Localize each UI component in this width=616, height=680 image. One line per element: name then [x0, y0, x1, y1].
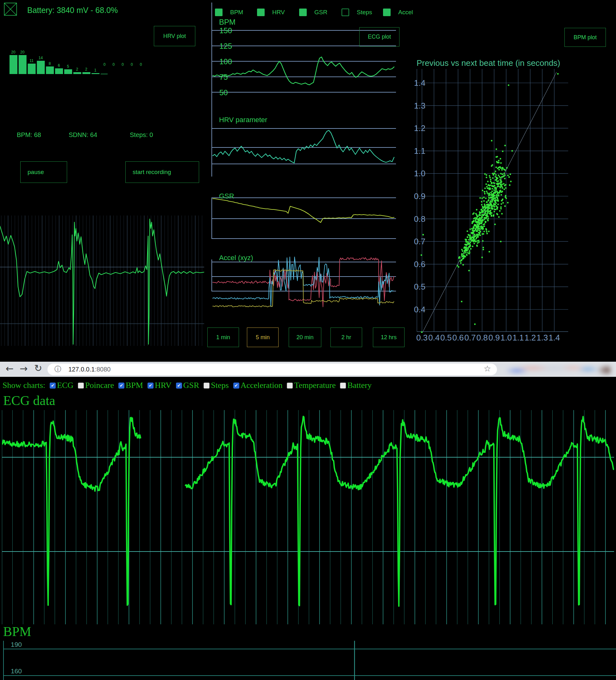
svg-text:8: 8: [49, 61, 51, 66]
svg-text:11: 11: [29, 59, 33, 63]
svg-text:190: 190: [11, 641, 22, 648]
svg-text:0.6: 0.6: [452, 333, 464, 342]
svg-text:150: 150: [219, 26, 232, 35]
rr-histogram-chart: 2020111486522100000: [8, 49, 157, 76]
svg-text:0.5: 0.5: [440, 333, 452, 342]
temperature-toggle-checkbox[interactable]: [287, 382, 293, 389]
svg-text:1.0: 1.0: [414, 169, 425, 178]
mid-axis-line: [212, 3, 212, 176]
svg-text:0.8: 0.8: [414, 214, 425, 224]
address-bar[interactable]: ⓘ: [48, 364, 497, 375]
toggle-label: GSR: [183, 381, 199, 390]
signal-toggle-accel[interactable]: Accel: [383, 8, 413, 16]
reload-icon[interactable]: ↻: [34, 364, 42, 373]
svg-text:0: 0: [140, 62, 142, 67]
toggle-label: Acceleration: [241, 381, 283, 390]
svg-text:0.5: 0.5: [414, 282, 425, 291]
signal-toggle-hrv[interactable]: HRV: [257, 8, 285, 16]
signal-toggle-gsr[interactable]: GSR: [299, 8, 327, 16]
info-icon[interactable]: ⓘ: [54, 366, 61, 373]
toggle-label: BPM: [126, 381, 143, 390]
bpm-toggle-checkbox[interactable]: [118, 382, 124, 389]
time-range-1min[interactable]: 1 min: [207, 328, 239, 347]
accel-section-title: Accel (xyz): [219, 254, 253, 262]
pause-button[interactable]: pause: [20, 161, 67, 183]
url-text[interactable]: 127.0.0.1:8080: [68, 366, 110, 373]
bookmark-star-icon[interactable]: ☆: [484, 365, 491, 373]
bpm-checkbox[interactable]: [215, 8, 223, 16]
toggle-ecg[interactable]: ECG: [50, 381, 74, 390]
toggle-label: Poincare: [85, 381, 114, 390]
svg-text:1.1: 1.1: [414, 146, 425, 156]
svg-text:50: 50: [219, 88, 228, 97]
toggle-poincare[interactable]: Poincare: [78, 381, 114, 390]
time-range-2hr[interactable]: 2 hr: [331, 328, 362, 347]
svg-text:160: 160: [11, 667, 22, 675]
svg-text:1.4: 1.4: [549, 333, 560, 342]
bpm-checkbox-label: BPM: [230, 9, 243, 16]
bpm-section-title: BPM: [219, 18, 235, 27]
time-range-5min[interactable]: 5 min: [247, 328, 279, 347]
bpm-plot-button[interactable]: BPM plot: [564, 28, 606, 47]
steps-stat: Steps: 0: [130, 131, 153, 139]
svg-text:20: 20: [20, 50, 25, 54]
steps-toggle-checkbox[interactable]: [203, 382, 209, 389]
poincare-toggle-checkbox[interactable]: [78, 382, 84, 389]
forward-icon[interactable]: →: [20, 364, 28, 373]
hrv-toggle-checkbox[interactable]: [147, 382, 153, 389]
svg-text:0: 0: [112, 62, 115, 67]
svg-text:0.7: 0.7: [465, 333, 476, 342]
hrv-chart: [211, 126, 397, 168]
poincare-title: Previous vs next beat time (in seconds): [417, 58, 560, 68]
steps-checkbox[interactable]: [341, 8, 349, 16]
browser-toolbar: ← → ↻ ⓘ 127.0.0.1:8080 ☆: [0, 362, 616, 377]
time-range-20min[interactable]: 20 min: [289, 328, 321, 347]
battery-toggle-checkbox[interactable]: [340, 382, 346, 389]
svg-text:0: 0: [131, 62, 133, 67]
svg-text:2: 2: [76, 67, 78, 72]
gsr-toggle-checkbox[interactable]: [176, 382, 182, 389]
toggle-battery[interactable]: Battery: [340, 381, 372, 390]
sdnn-stat: SDNN: 64: [69, 131, 97, 139]
ecg-plot-button[interactable]: ECG plot: [359, 27, 399, 47]
start-recording-button[interactable]: start recording: [125, 161, 199, 183]
ecg-toggle-checkbox[interactable]: [50, 382, 56, 389]
app-window: Battery: 3840 mV - 68.0% HRV plot 202011…: [0, 0, 616, 362]
broken-image-icon: [4, 3, 17, 16]
svg-text:125: 125: [219, 42, 232, 50]
hrv-plot-button[interactable]: HRV plot: [154, 26, 195, 46]
hrv-checkbox[interactable]: [257, 8, 264, 16]
toggle-steps[interactable]: Steps: [203, 381, 228, 390]
svg-text:1.3: 1.3: [414, 101, 425, 110]
toggle-gsr[interactable]: GSR: [176, 381, 199, 390]
gsr-section-title: GSR: [219, 192, 234, 200]
accel-checkbox[interactable]: [383, 8, 391, 16]
hrv-section-title: HRV parameter: [219, 116, 267, 124]
acceleration-toggle-checkbox[interactable]: [233, 382, 239, 389]
svg-text:0: 0: [104, 62, 106, 67]
svg-text:1.4: 1.4: [414, 78, 425, 88]
svg-text:1.2: 1.2: [525, 333, 536, 342]
gsr-chart: [211, 195, 397, 242]
svg-text:0.3: 0.3: [416, 333, 428, 342]
signal-toggle-steps[interactable]: Steps: [341, 8, 372, 16]
svg-text:0.4: 0.4: [428, 333, 440, 342]
bpm-heading: BPM: [3, 624, 31, 639]
time-range-12hrs[interactable]: 12 hrs: [373, 328, 404, 347]
gsr-checkbox[interactable]: [299, 8, 307, 16]
svg-text:0.8: 0.8: [476, 333, 488, 342]
bpm-chart: 1501251007550: [211, 11, 397, 113]
toggle-hrv[interactable]: HRV: [147, 381, 172, 390]
toggle-bpm[interactable]: BPM: [118, 381, 143, 390]
svg-text:1: 1: [94, 68, 96, 73]
svg-text:0.6: 0.6: [414, 259, 425, 269]
signal-toggle-bpm[interactable]: BPM: [215, 8, 243, 16]
ecg-preview-chart: [0, 216, 204, 346]
browser-profile-blur: [506, 363, 611, 376]
url-port: :8080: [95, 366, 110, 373]
toggle-temperature[interactable]: Temperature: [287, 381, 336, 390]
toggle-acceleration[interactable]: Acceleration: [233, 381, 283, 390]
svg-text:1.1: 1.1: [512, 333, 524, 342]
back-icon[interactable]: ←: [6, 364, 13, 373]
svg-text:1.0: 1.0: [501, 333, 512, 342]
